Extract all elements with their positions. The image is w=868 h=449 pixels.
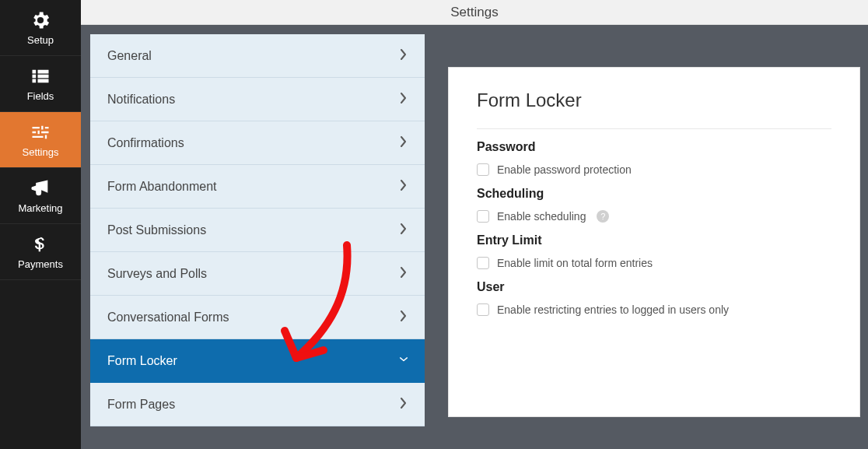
settings-item-confirmations[interactable]: Confirmations: [90, 121, 425, 165]
left-nav: Setup Fields Settings Marketing Payments: [0, 0, 81, 449]
chevron-down-icon: [400, 354, 408, 368]
nav-item-payments[interactable]: Payments: [0, 224, 81, 280]
checkbox-user[interactable]: [477, 303, 489, 316]
section-heading-entry-limit: Entry Limit: [477, 233, 831, 247]
checkbox-scheduling[interactable]: [477, 210, 489, 223]
sliders-icon: [30, 121, 51, 143]
nav-label-setup: Setup: [27, 34, 54, 46]
chevron-right-icon: [400, 267, 408, 281]
settings-item-label: Notifications: [107, 93, 175, 107]
nav-item-marketing[interactable]: Marketing: [0, 168, 81, 224]
nav-label-marketing: Marketing: [18, 202, 62, 214]
section-scheduling: Scheduling Enable scheduling ?: [477, 187, 831, 223]
chevron-right-icon: [400, 310, 408, 324]
chevron-right-icon: [400, 223, 408, 237]
settings-item-post-submissions[interactable]: Post Submissions: [90, 209, 425, 252]
nav-label-fields: Fields: [27, 90, 54, 102]
checkbox-row-password: Enable password protection: [477, 163, 831, 176]
settings-item-label: Form Abandonment: [107, 180, 217, 194]
nav-item-fields[interactable]: Fields: [0, 56, 81, 112]
section-entry-limit: Entry Limit Enable limit on total form e…: [477, 233, 831, 269]
chevron-right-icon: [400, 398, 408, 412]
settings-item-label: General: [107, 49, 152, 63]
form-locker-card: Form Locker Password Enable password pro…: [448, 67, 860, 417]
settings-item-label: Form Locker: [107, 354, 177, 368]
section-user: User Enable restricting entries to logge…: [477, 280, 831, 316]
settings-item-form-abandonment[interactable]: Form Abandonment: [90, 165, 425, 209]
nav-label-payments: Payments: [18, 258, 63, 270]
section-password: Password Enable password protection: [477, 140, 831, 176]
checkbox-row-scheduling: Enable scheduling ?: [477, 210, 831, 223]
settings-item-label: Confirmations: [107, 136, 184, 150]
settings-item-form-locker[interactable]: Form Locker: [90, 339, 425, 383]
settings-item-form-pages[interactable]: Form Pages: [90, 383, 425, 426]
checkbox-row-user: Enable restricting entries to logged in …: [477, 303, 831, 316]
settings-item-label: Conversational Forms: [107, 310, 229, 324]
settings-item-conversational-forms[interactable]: Conversational Forms: [90, 296, 425, 339]
checkbox-label-password[interactable]: Enable password protection: [497, 163, 632, 176]
nav-label-settings: Settings: [23, 146, 59, 158]
dollar-icon: [30, 233, 51, 255]
gear-icon: [30, 9, 51, 31]
settings-list: General Notifications Confirmations Form…: [90, 34, 425, 426]
chevron-right-icon: [400, 180, 408, 194]
nav-item-settings[interactable]: Settings: [0, 112, 81, 168]
settings-item-general[interactable]: General: [90, 34, 425, 78]
checkbox-password[interactable]: [477, 163, 489, 176]
section-heading-user: User: [477, 280, 831, 294]
page-header: Settings: [81, 0, 868, 25]
chevron-right-icon: [400, 93, 408, 107]
settings-item-surveys-and-polls[interactable]: Surveys and Polls: [90, 252, 425, 296]
chevron-right-icon: [400, 136, 408, 150]
list-icon: [30, 65, 51, 87]
help-icon[interactable]: ?: [597, 210, 609, 223]
checkbox-label-entry-limit[interactable]: Enable limit on total form entries: [497, 257, 653, 269]
chevron-right-icon: [400, 49, 408, 63]
settings-item-label: Form Pages: [107, 398, 175, 412]
settings-item-label: Surveys and Polls: [107, 267, 207, 281]
checkbox-label-user[interactable]: Enable restricting entries to logged in …: [497, 303, 729, 316]
card-title: Form Locker: [477, 89, 831, 129]
nav-item-setup[interactable]: Setup: [0, 0, 81, 56]
settings-item-notifications[interactable]: Notifications: [90, 78, 425, 121]
settings-item-label: Post Submissions: [107, 223, 206, 237]
checkbox-entry-limit[interactable]: [477, 257, 489, 269]
section-heading-scheduling: Scheduling: [477, 187, 831, 201]
checkbox-row-entry-limit: Enable limit on total form entries: [477, 257, 831, 269]
page-title: Settings: [450, 5, 498, 20]
checkbox-label-scheduling[interactable]: Enable scheduling: [497, 210, 586, 223]
section-heading-password: Password: [477, 140, 831, 154]
bullhorn-icon: [30, 177, 51, 199]
